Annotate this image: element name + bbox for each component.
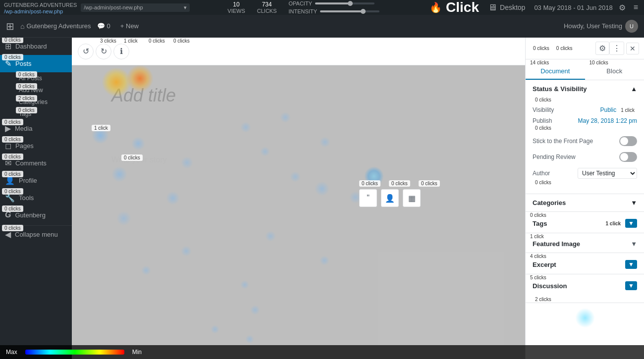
top-right-icons: ⚙ ≡ (617, 2, 640, 13)
settings-icon-btn[interactable]: ⚙ (617, 2, 628, 13)
sidebar-item-media[interactable]: 0 clicks ▶ Media (0, 120, 72, 137)
sidebar-item-pages[interactable]: 0 clicks ◻ Pages (0, 137, 72, 154)
panel-section-excerpt: 4 clicks Excerpt ▼ (526, 253, 644, 274)
wp-admin-bar: 0 clicks 0 clicks 0 clicks ⊞ ⌂ Gutenberg… (0, 15, 644, 38)
pages-icon: ◻ (5, 141, 11, 151)
info-button[interactable]: ℹ (113, 44, 129, 59)
comments-link[interactable]: 💬 0 (97, 22, 110, 30)
badge-editor-toolbar-undo: 3 clicks (98, 38, 119, 44)
more-options-icon-btn[interactable]: ≡ (632, 2, 640, 13)
wp-logo[interactable]: ⊞ (6, 20, 14, 32)
media-icon: ▶ (5, 124, 11, 133)
site-info-text: GUTENBERG ADVENTURES /wp-admin/post-new.… (4, 1, 77, 14)
featured-section-label: Featured Image (533, 240, 580, 248)
sidebar-item-dashboard[interactable]: 0 clicks ⊞ Dashboard (0, 38, 72, 55)
discussion-chevron: ▼ (625, 281, 637, 290)
badge-main-1click: 1 click (92, 125, 110, 131)
table-block-btn[interactable]: ▦ (403, 189, 421, 207)
tags-chevron[interactable]: ▼ (625, 219, 637, 228)
stick-row: Stick to the Front Page (533, 133, 637, 149)
editor-post-area: 1 click 0 clicks Add title 0 clicks 0 cl… (72, 65, 525, 359)
desktop-button[interactable]: 🖥 Desktop (483, 0, 530, 15)
pending-toggle[interactable] (619, 152, 637, 162)
badge-block-icon-2: 0 clicks (419, 180, 440, 187)
desktop-icon: 🖥 (488, 2, 497, 13)
home-icon: ⌂ (20, 22, 24, 30)
sidebar-item-label-categories: Categories (19, 99, 48, 105)
redo-button[interactable]: ↻ (96, 44, 111, 59)
stick-label: Stick to the Front Page (533, 138, 593, 145)
sidebar-item-all-posts[interactable]: 0 clicks All Posts (14, 72, 72, 84)
categories-chevron: ▼ (631, 199, 637, 206)
sidebar-item-tools[interactable]: 0 clicks 🔧 Tools (0, 189, 72, 206)
sidebar-item-add-new[interactable]: 0 clicks Add New (14, 84, 72, 96)
opacity-label: OPACITY (289, 0, 312, 6)
comment-icon: 💬 (97, 22, 105, 30)
sidebar-item-label-add-new: Add New (19, 87, 43, 94)
wp-home-link[interactable]: ⌂ Gutenberg Adventures (20, 22, 91, 30)
section-header-categories[interactable]: Categories ▼ (526, 194, 644, 211)
heatmap-toolbar: GUTENBERG ADVENTURES /wp-admin/post-new.… (0, 0, 644, 15)
posts-icon: ✎ (5, 59, 11, 68)
sidebar-item-posts[interactable]: 0 clicks ✎ Posts (0, 55, 72, 72)
visibility-value[interactable]: Public (600, 106, 617, 113)
discussion-badge-area: 2 clicks (526, 295, 644, 303)
click-label: Click (446, 0, 479, 15)
comments-count: 0 (107, 22, 110, 30)
author-select[interactable]: User Testing (578, 168, 637, 179)
sidebar-item-comments[interactable]: 0 clicks ✉ Comments (0, 154, 72, 172)
intensity-label: INTENSITY (289, 8, 317, 14)
right-panel-more-btn[interactable]: ⋮ (609, 42, 624, 55)
collapse-menu-btn[interactable]: 0 clicks ◀ Collapse menu (0, 226, 72, 243)
section-header-excerpt[interactable]: Excerpt ▼ (526, 253, 644, 274)
panel-section-categories: Categories ▼ (526, 194, 644, 212)
badge-tags-expand: 1 click (603, 220, 624, 227)
new-button[interactable]: + New (116, 20, 143, 32)
tab-block[interactable]: Block (585, 59, 644, 80)
publish-value[interactable]: May 28, 2018 1:22 pm (578, 117, 637, 124)
right-panel-close-btn[interactable]: ✕ (626, 43, 639, 54)
opacity-slider-row[interactable]: OPACITY (289, 0, 379, 6)
dashboard-icon: ⊞ (5, 42, 11, 51)
section-header-featured[interactable]: Featured Image ▼ (526, 233, 644, 253)
section-header-status[interactable]: Status & Visibility ▲ (526, 80, 644, 98)
main-layout: 0 clicks ⊞ Dashboard 0 clicks ✎ Posts 0 … (0, 38, 644, 359)
author-label: Author (533, 170, 550, 177)
author-row: Author User Testing 0 clicks (533, 165, 637, 189)
section-header-discussion[interactable]: Discussion ▼ (526, 274, 644, 295)
fire-icon: 🔥 (429, 1, 442, 13)
heatmap-bottom-bar: Max Min (0, 345, 644, 359)
admin-bar-right: Howdy, User Testing U (564, 20, 638, 33)
tab-document[interactable]: Document (526, 59, 585, 80)
opacity-track[interactable] (315, 2, 375, 4)
image-block-btn[interactable]: 👤 (381, 189, 399, 207)
quote-block-btn[interactable]: " (359, 189, 377, 207)
sidebar-item-categories[interactable]: 2 clicks Categories (14, 96, 72, 108)
intensity-slider-row[interactable]: INTENSITY (289, 8, 379, 14)
excerpt-section-label: Excerpt (533, 261, 556, 268)
site-title: Gutenberg Adventures (26, 22, 91, 30)
post-body-placeholder[interactable]: Write your story (111, 155, 485, 164)
heatmap-controls: 10 VIEWS 734 CLICKS OPACITY INTENSITY (227, 0, 379, 14)
stick-toggle[interactable] (619, 136, 637, 146)
sidebar: 0 clicks ⊞ Dashboard 0 clicks ✎ Posts 0 … (0, 38, 72, 359)
undo-button[interactable]: ↺ (78, 44, 94, 59)
badge-editor-1click: 1 click (121, 38, 140, 44)
right-panel-gear-btn[interactable]: ⚙ (595, 42, 609, 55)
badge-visibility: 0 clicks (533, 97, 554, 103)
featured-chevron: ▼ (631, 240, 637, 248)
badge-publish: 0 clicks (533, 125, 554, 131)
pending-label: Pending Review (533, 154, 576, 160)
sidebar-item-tags-sub[interactable]: 0 clicks Tags (14, 108, 72, 120)
visibility-row: 0 clicks Visibility Public 1 click (533, 98, 637, 115)
url-bar[interactable]: /wp-admin/post-new.php ▾ (81, 3, 190, 12)
tags-expand-wrap: 1 click ▼ (603, 219, 637, 228)
categories-section-label: Categories (533, 199, 566, 206)
clicks-label: CLICKS (257, 8, 277, 14)
sidebar-item-profile[interactable]: 0 clicks 👤 Profile (0, 172, 72, 189)
post-title-placeholder[interactable]: Add title (111, 85, 485, 106)
site-info: GUTENBERG ADVENTURES /wp-admin/post-new.… (4, 1, 190, 14)
sidebar-item-gutenberg[interactable]: 0 clicks G Gutenberg (0, 206, 72, 223)
intensity-track[interactable] (320, 10, 379, 12)
section-header-tags[interactable]: Tags 1 click ▼ (526, 212, 644, 233)
